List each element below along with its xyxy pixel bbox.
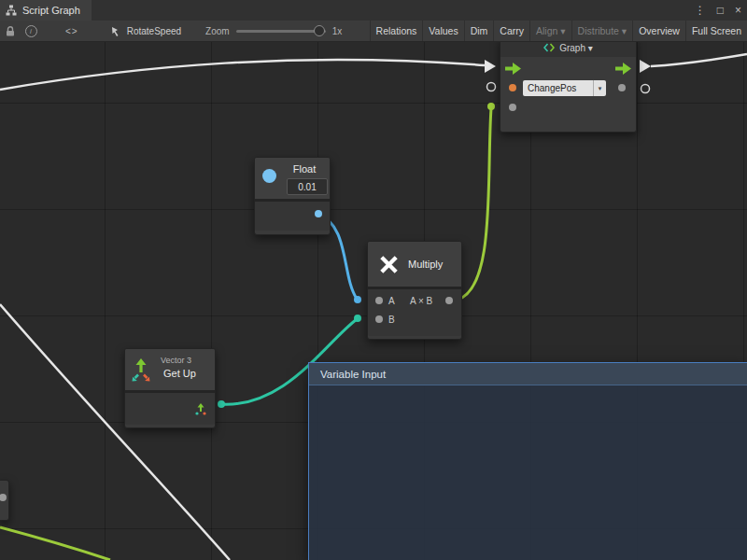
- float-node-ports: [255, 202, 330, 231]
- tab-script-graph[interactable]: Script Graph: [0, 0, 92, 21]
- toolbar-button-full-screen[interactable]: Full Screen: [685, 21, 747, 41]
- wire-end-dot: [354, 315, 361, 322]
- code-preview-toggle[interactable]: <>: [58, 26, 86, 36]
- zoom-control: Zoom 1x: [205, 26, 342, 36]
- toolbar-buttons: Relations Values Dim Carry Align ▾ Distr…: [370, 21, 747, 41]
- float-output-port[interactable]: [315, 210, 322, 217]
- wire-end-dot: [354, 296, 361, 303]
- multiply-input-b-port[interactable]: [375, 315, 383, 323]
- node-offscreen-partial[interactable]: [0, 480, 9, 521]
- flow-input-port-icon[interactable]: [505, 63, 521, 75]
- float-value-field[interactable]: 0.01: [287, 178, 328, 195]
- wire-white-diagonal[interactable]: [0, 304, 230, 560]
- variable-dropdown-value: ChangePos: [523, 83, 593, 93]
- script-graph-icon: [6, 5, 17, 16]
- maximize-icon[interactable]: □: [717, 0, 724, 21]
- flow-in-arrowhead-icon: [485, 60, 496, 73]
- wire-flow-out[interactable]: [651, 54, 747, 66]
- toolbar-button-values[interactable]: Values: [422, 21, 463, 41]
- window-menu-icon[interactable]: ⋮: [695, 0, 706, 21]
- flow-output-port-icon[interactable]: [615, 63, 631, 75]
- script-graph-window: Graph ▾ ChangePos Float 0.01: [0, 0, 747, 560]
- vector-node-header: Vector 3 Get Up: [125, 349, 215, 390]
- toolbar-button-overview[interactable]: Overview: [632, 21, 685, 41]
- multiply-icon: [377, 253, 401, 276]
- float-type-icon: [262, 169, 276, 183]
- graph-toolbar: <> RotateSpeed Zoom 1x Relations Values …: [0, 21, 747, 42]
- window-titlebar: Script Graph ⋮ □ ×: [0, 0, 747, 21]
- multiply-node-title: Multiply: [408, 259, 443, 270]
- variable-input-panel[interactable]: Variable Input: [308, 362, 747, 560]
- vector-node-ports: [125, 393, 215, 425]
- multiply-node-header: Multiply: [368, 242, 461, 287]
- toolbar-button-align[interactable]: Align ▾: [529, 21, 571, 41]
- toolbar-button-carry[interactable]: Carry: [493, 21, 529, 41]
- multiply-input-b-label: B: [388, 315, 395, 325]
- unconnected-port-ring[interactable]: [487, 83, 496, 91]
- node-multiply[interactable]: Multiply A A × B B: [367, 241, 462, 340]
- float-node-title: Float: [283, 163, 326, 175]
- close-icon[interactable]: ×: [735, 0, 741, 21]
- vector-type-label: Vector 3: [161, 356, 191, 365]
- toolbar-button-dim[interactable]: Dim: [464, 21, 494, 41]
- graph-breadcrumb[interactable]: RotateSpeed: [110, 25, 181, 37]
- zoom-label: Zoom: [205, 26, 230, 36]
- variable-dropdown[interactable]: ChangePos: [523, 80, 606, 96]
- vector-node-title: Get Up: [163, 368, 196, 379]
- tab-title: Script Graph: [22, 5, 80, 16]
- wire-green-bottom[interactable]: [0, 527, 110, 560]
- vector3-output-port-icon[interactable]: [194, 402, 207, 415]
- zoom-slider-handle[interactable]: [314, 25, 325, 36]
- variable-input-title: Variable Input: [320, 369, 386, 380]
- node-vector3-get-up[interactable]: Vector 3 Get Up: [124, 348, 216, 428]
- multiply-input-a-label: A: [388, 296, 395, 306]
- toolbar-button-relations[interactable]: Relations: [370, 21, 423, 41]
- multiply-output-label: A × B: [410, 296, 432, 306]
- float-node-header: Float 0.01: [255, 158, 330, 199]
- unconnected-port-ring[interactable]: [641, 85, 650, 93]
- node-event-graph[interactable]: Graph ▾ ChangePos: [500, 37, 637, 133]
- wire-multiply-to-event[interactable]: [458, 108, 491, 300]
- node-float[interactable]: Float 0.01: [254, 157, 331, 235]
- visual-script-icon: [543, 43, 555, 52]
- value-output-port[interactable]: [618, 84, 626, 91]
- wire-flow-in[interactable]: [0, 60, 485, 90]
- value-input-port[interactable]: [509, 104, 516, 111]
- zoom-value: 1x: [332, 26, 343, 36]
- port[interactable]: [0, 494, 7, 501]
- variable-input-header[interactable]: Variable Input: [309, 363, 747, 385]
- window-controls: ⋮ □ ×: [695, 0, 747, 21]
- multiply-node-ports: A A × B B: [368, 289, 461, 336]
- wire-start-dot: [218, 400, 225, 408]
- variable-port[interactable]: [509, 84, 516, 91]
- vector3-icon: [131, 357, 151, 382]
- dropdown-arrow-icon: [593, 80, 606, 96]
- lock-icon[interactable]: [0, 21, 21, 41]
- graph-pointer-icon: [110, 25, 122, 37]
- event-node-title: Graph ▾: [559, 43, 593, 53]
- zoom-slider[interactable]: [236, 30, 326, 33]
- info-icon[interactable]: [21, 21, 41, 41]
- wire-end-dot: [487, 103, 495, 110]
- flow-out-arrowhead-icon: [640, 60, 651, 73]
- multiply-input-a-port[interactable]: [375, 297, 383, 304]
- toolbar-button-distribute[interactable]: Distribute ▾: [571, 21, 633, 41]
- variable-input-body[interactable]: [309, 385, 747, 560]
- graph-name-label: RotateSpeed: [127, 26, 181, 36]
- multiply-output-port[interactable]: [445, 297, 453, 304]
